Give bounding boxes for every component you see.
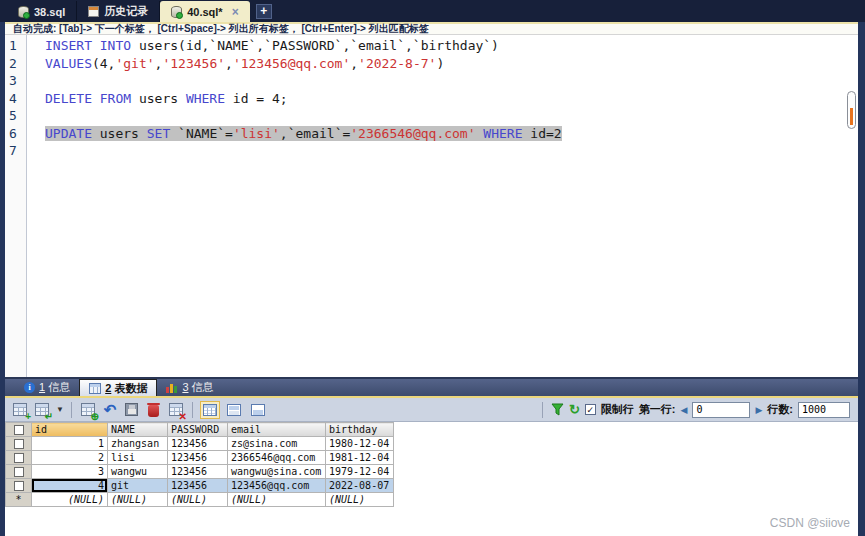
code-line[interactable]: INSERT INTO users(id,`NAME`,`PASSWORD`,`… <box>27 37 858 55</box>
spinner-right-icon[interactable]: ▶ <box>755 405 762 415</box>
sql-editor-window: 38.sql 历史记录 40.sql* × + 自动完成: [Tab]-> 下一… <box>0 0 865 536</box>
line-numbers: 1234567 <box>5 35 27 377</box>
grid-view-icon[interactable] <box>200 401 220 419</box>
discard-changes-icon[interactable]: ✕ <box>167 401 185 419</box>
cell[interactable]: wangwu <box>108 465 168 479</box>
cell[interactable]: git <box>108 479 168 493</box>
new-row-marker[interactable]: * <box>6 493 32 507</box>
checkbox-icon[interactable] <box>14 467 24 477</box>
cell[interactable]: zhangsan <box>108 437 168 451</box>
tab-label: 表数据 <box>114 382 147 394</box>
code-lines[interactable]: INSERT INTO users(id,`NAME`,`PASSWORD`,`… <box>27 35 858 377</box>
select-all-header[interactable] <box>6 423 32 437</box>
table-row[interactable]: 1zhangsan123456zs@sina.com1980-12-04 <box>6 437 394 451</box>
cell[interactable]: 1981-12-04 <box>326 451 394 465</box>
new-row-commit-icon[interactable]: ⊕ <box>79 401 97 419</box>
footer-area: CSDN @siiove <box>5 510 858 536</box>
row-select-checkbox[interactable] <box>6 479 32 493</box>
cell[interactable]: (NULL) <box>108 493 168 507</box>
table-row[interactable]: 2lisi1234562366546@qq.com1981-12-04 <box>6 451 394 465</box>
code-line[interactable]: DELETE FROM users WHERE id = 4; <box>27 90 858 108</box>
tab-label: 信息 <box>192 381 214 393</box>
cell[interactable]: 1979-12-04 <box>326 465 394 479</box>
checkbox-icon[interactable] <box>14 453 24 463</box>
window-border-right <box>858 22 865 536</box>
column-header-password[interactable]: PASSWORD <box>168 423 228 437</box>
database-icon <box>18 6 29 18</box>
editor-scrollbar[interactable] <box>846 35 857 377</box>
tab-messages-3[interactable]: 3 信息 <box>157 379 222 396</box>
new-tab-button[interactable]: + <box>256 4 272 19</box>
column-header-id[interactable]: id <box>32 423 108 437</box>
cell[interactable]: (NULL) <box>228 493 326 507</box>
row-select-checkbox[interactable] <box>6 465 32 479</box>
cell[interactable]: lisi <box>108 451 168 465</box>
cell[interactable]: 2366546@qq.com <box>228 451 326 465</box>
tab-40sql-active[interactable]: 40.sql* × <box>160 1 249 22</box>
database-icon <box>171 6 182 18</box>
cell[interactable]: (NULL) <box>32 493 108 507</box>
cell[interactable]: 123456 <box>168 437 228 451</box>
tab-38sql[interactable]: 38.sql <box>7 1 77 22</box>
text-view-icon[interactable] <box>248 401 268 419</box>
table-row[interactable]: *(NULL)(NULL)(NULL)(NULL)(NULL) <box>6 493 394 507</box>
add-row-icon[interactable]: + <box>11 401 29 419</box>
cell[interactable]: 1980-12-04 <box>326 437 394 451</box>
tab-table-data[interactable]: 2 表数据 <box>79 379 157 396</box>
cell[interactable]: 2022-08-07 <box>326 479 394 493</box>
undo-icon[interactable]: ↶ <box>101 401 119 419</box>
code-line[interactable] <box>27 72 858 90</box>
cell[interactable]: (NULL) <box>168 493 228 507</box>
checkbox-icon[interactable] <box>14 425 24 435</box>
column-header-birthday[interactable]: birthday <box>326 423 394 437</box>
cell[interactable]: 1 <box>32 437 108 451</box>
cell[interactable]: wangwu@sina.com <box>228 465 326 479</box>
cell[interactable]: (NULL) <box>326 493 394 507</box>
limit-rows-checkbox[interactable]: ✓ <box>585 404 596 415</box>
code-line[interactable] <box>27 142 858 160</box>
spinner-left-icon[interactable]: ◀ <box>680 405 687 415</box>
close-tab-icon[interactable]: × <box>232 5 239 19</box>
grid-toolbar: + ↵ ▼ ⊕ ↶ ✕ ↻ ✓ 限制行 第一行: ◀ ▶ 行数: <box>5 398 858 422</box>
toolbar-separator <box>71 402 72 418</box>
save-icon[interactable] <box>123 401 141 419</box>
cell[interactable]: zs@sina.com <box>228 437 326 451</box>
code-line[interactable] <box>27 107 858 125</box>
code-line[interactable]: VALUES(4,'git','123456','123456@qq.com',… <box>27 55 858 73</box>
column-header-email[interactable]: email <box>228 423 326 437</box>
code-line[interactable]: UPDATE users SET `NAME`='lisi',`email`='… <box>27 125 858 143</box>
form-view-icon[interactable] <box>224 401 244 419</box>
row-select-checkbox[interactable] <box>6 451 32 465</box>
autocomplete-hint-bar: 自动完成: [Tab]-> 下一个标签， [Ctrl+Space]-> 列出所有… <box>5 22 858 35</box>
table-icon <box>89 383 101 394</box>
checkbox-icon[interactable] <box>14 439 24 449</box>
line-number: 6 <box>5 125 26 143</box>
row-select-checkbox[interactable] <box>6 437 32 451</box>
cell[interactable]: 123456 <box>168 465 228 479</box>
cell[interactable]: 3 <box>32 465 108 479</box>
tab-messages-1[interactable]: i 1 信息 <box>15 379 79 396</box>
chart-icon <box>166 382 178 393</box>
line-number: 4 <box>5 90 26 108</box>
cell[interactable]: 123456 <box>168 451 228 465</box>
cell[interactable]: 123456 <box>168 479 228 493</box>
row-count-input[interactable] <box>798 402 850 418</box>
checkbox-icon[interactable] <box>14 481 24 491</box>
dropdown-caret-icon[interactable]: ▼ <box>56 405 64 414</box>
cell[interactable]: 4 <box>32 479 108 493</box>
cell[interactable]: 123456@qq.com <box>228 479 326 493</box>
cell[interactable]: 2 <box>32 451 108 465</box>
delete-row-icon[interactable] <box>145 401 163 419</box>
sql-editor[interactable]: 1234567 INSERT INTO users(id,`NAME`,`PAS… <box>5 35 858 377</box>
table-row[interactable]: 3wangwu123456wangwu@sina.com1979-12-04 <box>6 465 394 479</box>
tab-label: 38.sql <box>34 6 65 18</box>
column-header-name[interactable]: NAME <box>108 423 168 437</box>
scroll-marker[interactable] <box>847 91 856 129</box>
refresh-icon[interactable]: ↻ <box>569 402 580 417</box>
tab-history[interactable]: 历史记录 <box>77 1 160 22</box>
table-row[interactable]: 4git123456123456@qq.com2022-08-07 <box>6 479 394 493</box>
insert-row-dropdown-icon[interactable]: ↵ <box>33 401 51 419</box>
row-count-label: 行数: <box>767 402 793 417</box>
filter-icon[interactable] <box>551 403 564 416</box>
first-row-input[interactable] <box>692 402 750 418</box>
